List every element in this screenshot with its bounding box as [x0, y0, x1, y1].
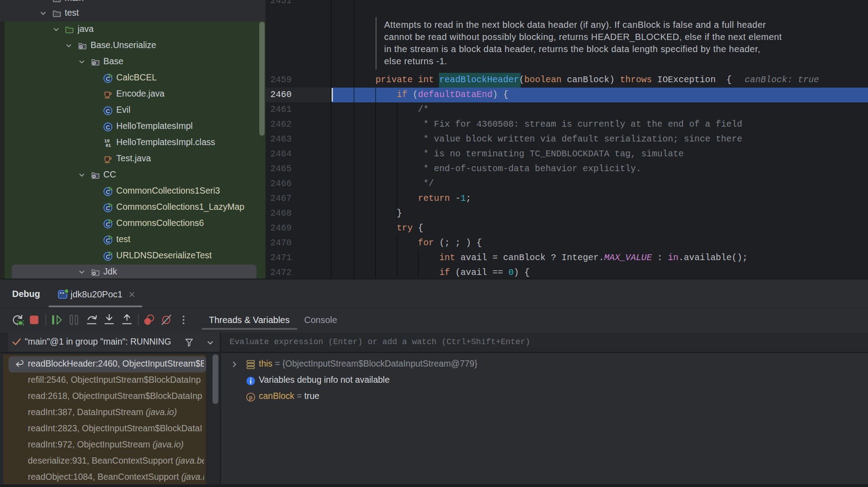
svg-text:p: p: [249, 394, 252, 401]
svg-text:01: 01: [106, 143, 111, 147]
svg-text:C: C: [106, 108, 111, 115]
svg-text:C: C: [106, 124, 111, 131]
